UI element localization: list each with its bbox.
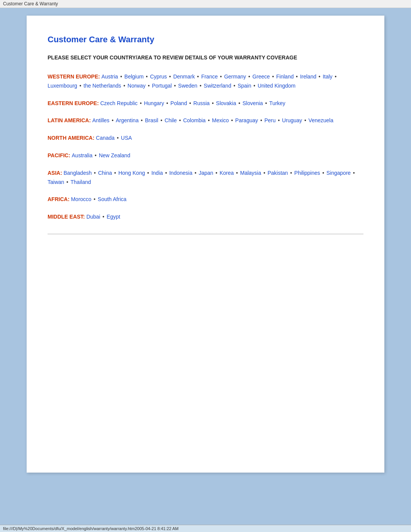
region-latin-america: LATIN AMERICA: Antilles • Argentina • Br… [48, 116, 363, 125]
bullet-separator: • [262, 170, 267, 176]
region-middle-east: MIDDLE EAST: Dubai • Egypt [48, 212, 363, 222]
country-link-cyprus[interactable]: Cyprus [150, 73, 167, 80]
country-link-italy[interactable]: Italy [323, 73, 333, 80]
country-link-hungary[interactable]: Hungary [144, 100, 164, 106]
country-link-malaysia[interactable]: Malaysia [240, 170, 261, 176]
country-link-turkey[interactable]: Turkey [269, 100, 285, 106]
country-link-antilles[interactable]: Antilles [92, 117, 109, 123]
country-link-peru[interactable]: Peru [264, 117, 276, 123]
bullet-separator: • [276, 117, 281, 123]
country-link-chile[interactable]: Chile [165, 117, 177, 123]
country-link-korea[interactable]: Korea [220, 170, 234, 176]
country-link-hong-kong[interactable]: Hong Kong [118, 170, 145, 176]
bullet-separator: • [101, 214, 106, 220]
country-link-finland[interactable]: Finland [276, 73, 294, 80]
country-link-slovenia[interactable]: Slovenia [242, 100, 263, 106]
bullet-separator: • [237, 100, 242, 106]
country-link-belgium[interactable]: Belgium [124, 73, 144, 80]
country-link-greece[interactable]: Greece [252, 73, 270, 80]
bullet-separator: • [289, 170, 294, 176]
country-link-denmark[interactable]: Denmark [173, 73, 195, 80]
status-bar-datetime: 2005-04-21 8:41:22 AM [135, 526, 178, 531]
country-link-austria[interactable]: Austria [102, 73, 118, 80]
bullet-separator: • [92, 196, 97, 202]
country-link-luxembourg[interactable]: Luxembourg [48, 83, 77, 89]
country-link-pakistan[interactable]: Pakistan [268, 170, 288, 176]
region-western-europe: WESTERN EUROPE: Austria • Belgium • Cypr… [48, 72, 363, 91]
bullet-separator: • [113, 170, 118, 176]
country-link-germany[interactable]: Germany [224, 73, 246, 80]
country-link-norway[interactable]: Norway [127, 83, 145, 89]
country-link-indonesia[interactable]: Indonesia [169, 170, 193, 176]
country-link-portugal[interactable]: Portugal [152, 83, 172, 89]
country-link-japan[interactable]: Japan [199, 170, 213, 176]
country-link-sweden[interactable]: Sweden [178, 83, 198, 89]
country-link-uruguay[interactable]: Uruguay [282, 117, 302, 123]
bullet-separator: • [352, 170, 355, 176]
bullet-separator: • [93, 152, 98, 158]
country-link-philippines[interactable]: Philippines [294, 170, 320, 176]
country-link-new-zealand[interactable]: New Zealand [99, 152, 131, 158]
region-africa: AFRICA: Morocco • South Africa [48, 195, 363, 204]
country-link-thailand[interactable]: Thailand [70, 179, 91, 185]
bullet-separator: • [295, 73, 299, 80]
country-link-colombia[interactable]: Colombia [183, 117, 206, 123]
page-title: Customer Care & Warranty [48, 35, 363, 45]
country-link-ireland[interactable]: Ireland [300, 73, 316, 80]
region-label-asia: ASIA: [48, 170, 64, 176]
country-link-mexico[interactable]: Mexico [212, 117, 229, 123]
region-label-africa: AFRICA: [48, 196, 71, 202]
bullet-separator: • [65, 179, 70, 185]
bullet-separator: • [139, 100, 143, 106]
region-asia: ASIA: Bangladesh • China • Hong Kong • I… [48, 169, 363, 187]
country-link-brasil[interactable]: Brasil [145, 117, 158, 123]
region-eastern-europe: EASTERN EUROPE: Czech Republic • Hungary… [48, 99, 363, 108]
country-link-russia[interactable]: Russia [193, 100, 210, 106]
country-link-canada[interactable]: Canada [96, 135, 115, 141]
bullet-separator: • [196, 73, 201, 80]
country-link-dubai[interactable]: Dubai [86, 214, 100, 220]
country-link-united-kingdom[interactable]: United Kingdom [258, 83, 296, 89]
country-link-paraguay[interactable]: Paraguay [235, 117, 258, 123]
bullet-separator: • [139, 117, 144, 123]
status-bar: file:///D|/My%20Documents/dfu/X_model/en… [0, 525, 411, 532]
bullet-separator: • [165, 100, 170, 106]
country-link-spain[interactable]: Spain [237, 83, 251, 89]
country-link-taiwan[interactable]: Taiwan [48, 179, 64, 185]
country-link-argentina[interactable]: Argentina [116, 117, 139, 123]
bullet-separator: • [159, 117, 164, 123]
bullet-separator: • [210, 100, 215, 106]
country-link-singapore[interactable]: Singapore [327, 170, 351, 176]
bullet-separator: • [218, 73, 223, 80]
section-divider [48, 234, 363, 234]
subtitle: PLEASE SELECT YOUR COUNTRY/AREA TO REVIE… [48, 54, 363, 62]
bullet-separator: • [110, 117, 115, 123]
country-link-slovakia[interactable]: Slovakia [216, 100, 236, 106]
country-link-bangladesh[interactable]: Bangladesh [64, 170, 92, 176]
status-bar-url: file:///D|/My%20Documents/dfu/X_model/en… [3, 526, 135, 531]
bullet-separator: • [167, 73, 172, 80]
country-link-venezuela[interactable]: Venezuela [309, 117, 333, 123]
bullet-separator: • [321, 170, 326, 176]
country-link-france[interactable]: France [201, 73, 218, 80]
country-link-switzerland[interactable]: Switzerland [204, 83, 231, 89]
bullet-separator: • [122, 83, 127, 89]
regions-container: WESTERN EUROPE: Austria • Belgium • Cypr… [48, 72, 363, 222]
country-link-south-africa[interactable]: South Africa [98, 196, 127, 202]
country-link-poland[interactable]: Poland [170, 100, 187, 106]
bullet-separator: • [252, 83, 257, 89]
country-link-australia[interactable]: Australia [72, 152, 92, 158]
bullet-separator: • [214, 170, 219, 176]
country-link-egypt[interactable]: Egypt [107, 214, 120, 220]
bullet-separator: • [144, 73, 149, 80]
country-link-usa[interactable]: USA [121, 135, 132, 141]
country-link-china[interactable]: China [98, 170, 112, 176]
bullet-separator: • [172, 83, 177, 89]
country-link-morocco[interactable]: Morocco [71, 196, 91, 202]
bullet-separator: • [234, 170, 239, 176]
country-link-the-netherlands[interactable]: the Netherlands [84, 83, 121, 89]
bullet-separator: • [303, 117, 308, 123]
bullet-separator: • [92, 170, 97, 176]
country-link-czech-republic[interactable]: Czech Republic [100, 100, 137, 106]
country-link-india[interactable]: India [151, 170, 163, 176]
